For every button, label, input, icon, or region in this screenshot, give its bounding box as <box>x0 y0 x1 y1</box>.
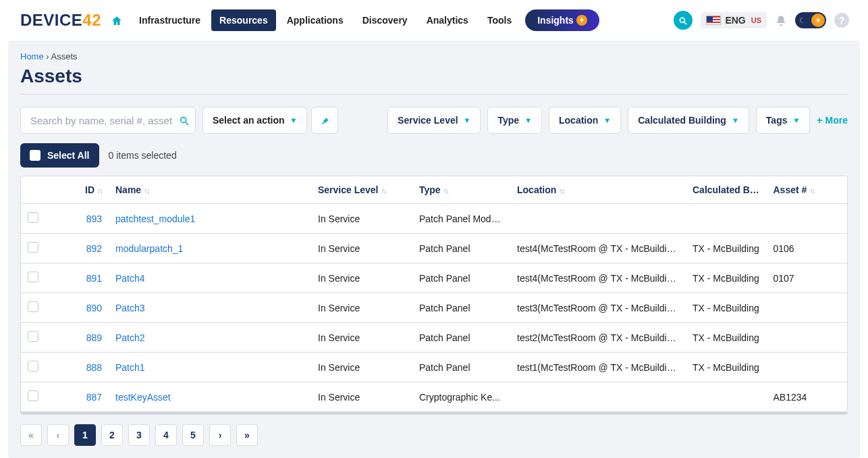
row-type: Patch Panel <box>412 323 510 353</box>
row-type: Patch Panel <box>412 263 510 293</box>
insights-plus-icon: + <box>576 15 587 26</box>
col-name[interactable]: Name↑↓ <box>109 176 311 204</box>
sort-icon: ↑↓ <box>443 186 448 195</box>
lang-code: ENG <box>725 15 745 26</box>
toolbar: Select an action ▼ Service Level ▼ Type … <box>20 107 848 134</box>
row-id-link[interactable]: 892 <box>86 243 102 254</box>
row-name-link[interactable]: Patch2 <box>115 332 145 343</box>
row-checkbox[interactable] <box>28 301 38 312</box>
row-id-link[interactable]: 890 <box>86 303 102 313</box>
nav-item-infrastructure[interactable]: Infrastructure <box>131 9 209 31</box>
row-name-link[interactable]: Patch1 <box>115 362 145 373</box>
row-id-link[interactable]: 893 <box>86 213 102 224</box>
row-name-link[interactable]: Patch3 <box>115 303 145 313</box>
breadcrumb: Home › Assets <box>20 49 848 66</box>
pin-action-button[interactable] <box>311 107 338 134</box>
nav-item-resources[interactable]: Resources <box>211 9 276 31</box>
page-number-button[interactable]: 2 <box>101 424 123 446</box>
breadcrumb-home[interactable]: Home <box>20 51 44 61</box>
row-checkbox[interactable] <box>28 212 38 223</box>
page-number-button[interactable]: 3 <box>128 424 150 446</box>
page-last-button[interactable]: » <box>236 424 258 446</box>
page-number-button[interactable]: 4 <box>155 424 177 446</box>
chevron-down-icon: ▼ <box>792 116 800 124</box>
table-row: 888Patch1In ServicePatch Paneltest1(McTe… <box>21 353 847 382</box>
notifications-icon[interactable] <box>775 14 787 28</box>
search-input[interactable] <box>29 114 175 127</box>
col-service-level[interactable]: Service Level↑↓ <box>311 176 412 204</box>
row-id: 892 <box>48 234 109 263</box>
pagination: « ‹ 12345 › » <box>20 424 848 446</box>
svg-point-0 <box>680 18 685 22</box>
col-type[interactable]: Type↑↓ <box>412 176 510 204</box>
row-name-link[interactable]: modularpatch_1 <box>115 243 183 254</box>
table-row: 892modularpatch_1In ServicePatch Panelte… <box>21 234 847 263</box>
col-location[interactable]: Location↑↓ <box>510 176 686 204</box>
table-footer-divider <box>21 412 847 414</box>
nav-item-insights[interactable]: Insights + <box>525 9 599 31</box>
col-calculated-building[interactable]: Calculated Building↑↓ <box>686 176 767 204</box>
svg-line-3 <box>186 122 188 125</box>
page-number-button[interactable]: 5 <box>182 424 204 446</box>
row-name: Patch3 <box>109 293 311 323</box>
home-icon[interactable] <box>111 14 123 28</box>
select-all-label: Select All <box>47 150 90 161</box>
row-calculated-building <box>686 204 767 234</box>
row-id-link[interactable]: 888 <box>86 362 102 373</box>
page-first-button[interactable]: « <box>20 424 42 446</box>
bulk-action-select[interactable]: Select an action ▼ <box>202 107 307 134</box>
row-id-link[interactable]: 891 <box>86 273 102 284</box>
more-filters-label: More <box>825 115 848 126</box>
language-switcher[interactable]: ENG US <box>701 12 767 28</box>
row-id: 893 <box>48 204 109 234</box>
col-id[interactable]: ID↑↓ <box>48 176 109 204</box>
svg-line-1 <box>684 22 687 25</box>
filter-location[interactable]: Location ▼ <box>549 107 621 134</box>
row-name-link[interactable]: testKeyAsset <box>115 392 171 403</box>
breadcrumb-sep: › <box>46 51 49 61</box>
sun-icon: ☀ <box>811 14 825 27</box>
bulk-action-label: Select an action <box>213 115 285 126</box>
row-id-link[interactable]: 889 <box>86 332 102 343</box>
checkbox-icon <box>30 150 40 161</box>
row-checkbox[interactable] <box>28 272 38 282</box>
row-id-link[interactable]: 887 <box>86 392 102 403</box>
row-checkbox[interactable] <box>28 331 38 342</box>
help-icon[interactable]: ? <box>834 13 849 28</box>
search-icon[interactable] <box>179 114 190 126</box>
theme-toggle[interactable]: ☾ ☀ <box>795 12 826 28</box>
page-title: Assets <box>20 66 848 87</box>
search-input-wrap[interactable] <box>20 107 196 134</box>
filter-label: Tags <box>766 115 788 126</box>
nav-item-tools[interactable]: Tools <box>479 9 520 31</box>
row-asset-number <box>767 323 848 353</box>
row-name: Patch1 <box>109 353 311 382</box>
filter-calculated-building[interactable]: Calculated Building ▼ <box>628 107 749 134</box>
brand-logo[interactable]: DEVICE42 <box>20 11 101 30</box>
page-number-button[interactable]: 1 <box>74 424 96 446</box>
select-all-button[interactable]: Select All <box>20 143 99 168</box>
nav-item-applications[interactable]: Applications <box>279 9 352 31</box>
row-name-link[interactable]: patchtest_module1 <box>115 213 195 224</box>
filter-tags[interactable]: Tags ▼ <box>756 107 811 134</box>
row-type: Patch Panel <box>412 293 510 323</box>
more-filters-button[interactable]: + More <box>817 115 848 126</box>
sort-icon: ↑↓ <box>381 186 386 195</box>
row-asset-number: 0107 <box>767 263 848 293</box>
page-prev-button[interactable]: ‹ <box>47 424 69 446</box>
nav-item-discovery[interactable]: Discovery <box>354 9 416 31</box>
row-checkbox-cell <box>21 204 48 234</box>
row-checkbox[interactable] <box>28 242 38 253</box>
row-name-link[interactable]: Patch4 <box>115 273 145 284</box>
row-checkbox[interactable] <box>28 361 38 372</box>
filter-service-level[interactable]: Service Level ▼ <box>387 107 481 134</box>
row-checkbox[interactable] <box>28 390 38 401</box>
page-next-button[interactable]: › <box>209 424 231 446</box>
nav-item-analytics[interactable]: Analytics <box>418 9 477 31</box>
row-type: Cryptographic Ke... <box>412 382 510 412</box>
items-selected-status: 0 items selected <box>109 150 177 161</box>
filter-type[interactable]: Type ▼ <box>487 107 542 134</box>
col-asset-number[interactable]: Asset #↑↓ <box>767 176 848 204</box>
row-id: 890 <box>48 293 109 323</box>
global-search-button[interactable] <box>674 11 693 30</box>
